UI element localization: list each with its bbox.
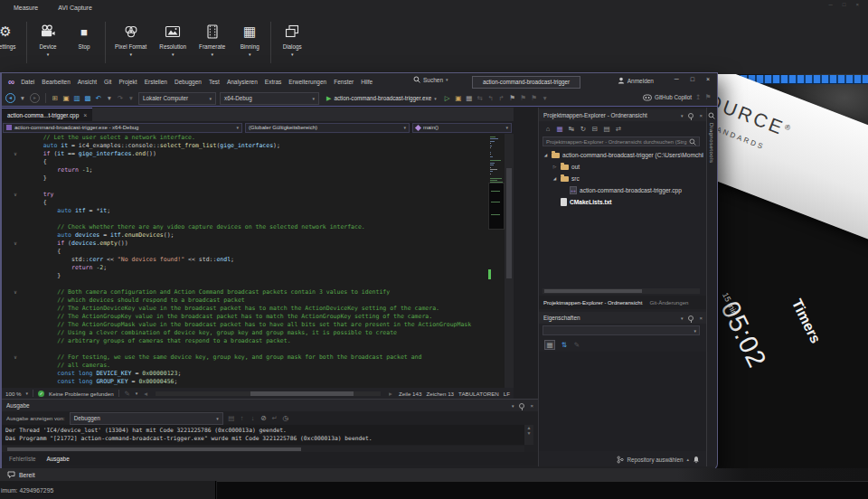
- tabs-indicator[interactable]: TABULATOREN: [458, 391, 499, 397]
- fold-marker-icon[interactable]: ∨: [2, 191, 29, 199]
- bookmark-previous-icon[interactable]: ⚑: [520, 94, 527, 102]
- window-close-button[interactable]: ×: [706, 76, 710, 82]
- bookmark-menu-icon[interactable]: ▾: [542, 94, 549, 102]
- code-editor[interactable]: // Let the user select a network interfa…: [2, 134, 488, 388]
- alphabetical-icon[interactable]: ⇅: [561, 341, 568, 349]
- capture-tab-avi-capture[interactable]: AVI Capture: [58, 5, 92, 11]
- zoom-level[interactable]: 100 %: [5, 391, 22, 397]
- capture-window-close-button[interactable]: ×: [855, 2, 859, 7]
- menu-git[interactable]: Git: [103, 78, 112, 86]
- close-icon[interactable]: ×: [699, 315, 703, 321]
- window-maximize-button[interactable]: □: [691, 76, 694, 82]
- fold-marker-icon[interactable]: ∨: [2, 240, 29, 248]
- open-file-icon[interactable]: ▣: [455, 94, 462, 102]
- menu-datei[interactable]: Datei: [20, 78, 35, 86]
- navigate-back-icon[interactable]: ↰: [487, 94, 495, 102]
- chevron-collapsed-icon[interactable]: ▷: [552, 165, 558, 169]
- debug-target-dropdown[interactable]: Lokaler Computer▾: [138, 92, 216, 105]
- bookmark-add-icon[interactable]: ⚑: [509, 94, 516, 102]
- next-message-icon[interactable]: ↓: [250, 414, 257, 422]
- undo-menu-icon[interactable]: ▾: [106, 94, 113, 102]
- ribbon-button-device[interactable]: Device▾: [30, 20, 66, 57]
- properties-object-dropdown[interactable]: ▾: [542, 325, 700, 335]
- project-dropdown[interactable]: action-command-broadcast-trigger.exe - x…: [3, 123, 242, 133]
- output-source-dropdown[interactable]: Debuggen▾: [70, 412, 223, 425]
- menu-erweiterungen[interactable]: Erweiterungen: [288, 78, 327, 86]
- navigate-forward-icon[interactable]: ▸: [30, 93, 40, 103]
- open-folder-icon[interactable]: ▣: [62, 94, 70, 102]
- tree-item[interactable]: ++action-command-broadcast-trigger.cpp: [541, 184, 703, 196]
- collapse-all-icon[interactable]: ⊟: [591, 125, 599, 133]
- scroll-right-icon[interactable]: ▸: [387, 390, 394, 398]
- window-position-icon[interactable]: ▾: [512, 403, 514, 409]
- editor-dock-divider[interactable]: [514, 108, 538, 399]
- menu-erstellen[interactable]: Erstellen: [144, 78, 168, 86]
- tree-item[interactable]: ▷out: [541, 161, 703, 173]
- github-copilot-button[interactable]: GitHub Copilot ↥ ⚑: [643, 93, 712, 101]
- redo-menu-icon[interactable]: ▾: [127, 94, 135, 102]
- output-text[interactable]: Der Thread 'IC4/device_lost' (13304) hat…: [2, 425, 524, 445]
- notifications-bell-icon[interactable]: [693, 456, 700, 464]
- categorized-icon[interactable]: ▦: [544, 340, 555, 350]
- start-debugging-button[interactable]: ▶action-command-broadcast-trigger.exe▾: [323, 93, 440, 104]
- member-dropdown[interactable]: main()▾: [412, 123, 512, 133]
- panel-tab-ausgabe[interactable]: Ausgabe: [46, 456, 69, 462]
- chevron-expanded-icon[interactable]: ◢: [542, 153, 549, 157]
- property-pages-icon[interactable]: ✎: [573, 341, 580, 349]
- editor-tab[interactable]: action-comma...t-trigger.cpp ×: [2, 108, 92, 121]
- sync-with-active-document-icon[interactable]: ↹: [568, 125, 575, 133]
- pin-icon[interactable]: [688, 113, 693, 118]
- switch-views-icon[interactable]: ▦: [556, 125, 563, 133]
- compare-icon[interactable]: ⇆: [476, 94, 484, 102]
- pin-icon[interactable]: [519, 403, 524, 409]
- horizontal-scrollbar[interactable]: [156, 391, 381, 396]
- show-all-files-icon[interactable]: ▤: [603, 125, 610, 133]
- sign-in-button[interactable]: Anmelden: [618, 77, 654, 84]
- menu-extras[interactable]: Extras: [264, 78, 282, 86]
- scrollbar-thumb[interactable]: [544, 289, 642, 293]
- fold-marker-icon[interactable]: ∨: [2, 150, 29, 158]
- menu-fenster[interactable]: Fenster: [333, 78, 354, 86]
- eol-indicator[interactable]: LF: [504, 391, 510, 397]
- word-wrap-icon[interactable]: ↵: [271, 414, 278, 422]
- close-icon[interactable]: ×: [699, 113, 703, 118]
- ribbon-button-settings[interactable]: ⚙Settings: [0, 20, 24, 50]
- ribbon-button-pixel-format[interactable]: Pixel Format▾: [108, 20, 153, 57]
- scrollbar-thumb[interactable]: [250, 391, 354, 396]
- minimap[interactable]: [488, 134, 505, 388]
- save-all-icon[interactable]: ▩: [84, 94, 91, 102]
- save-icon[interactable]: ▥: [73, 94, 80, 102]
- ribbon-button-resolution[interactable]: Resolution▾: [153, 20, 193, 57]
- close-tab-icon[interactable]: ×: [83, 112, 87, 118]
- menu-ansicht[interactable]: Ansicht: [77, 78, 98, 86]
- previous-message-icon[interactable]: ↑: [239, 414, 246, 422]
- new-project-icon[interactable]: ⊞: [52, 94, 59, 102]
- problems-status[interactable]: Keine Probleme gefunden: [49, 391, 114, 397]
- explorer-horizontal-scrollbar[interactable]: [542, 288, 700, 294]
- navigate-backward-icon[interactable]: ◂: [5, 93, 15, 103]
- scope-dropdown[interactable]: (Globaler Gültigkeitsbereich)▾: [245, 123, 410, 133]
- home-icon[interactable]: ⌂: [544, 125, 552, 133]
- panel-tab-git-nderungen[interactable]: Git-Änderungen: [649, 299, 688, 306]
- navigate-backward-menu-icon[interactable]: ▾: [19, 94, 26, 102]
- fold-marker-icon[interactable]: ∨: [2, 288, 29, 297]
- menu-debuggen[interactable]: Debuggen: [174, 78, 203, 86]
- capture-window-maximize-button[interactable]: □: [843, 2, 846, 7]
- panel-tab-fehlerliste[interactable]: Fehlerliste: [9, 456, 35, 462]
- capture-window-minimize-button[interactable]: ─: [829, 2, 833, 7]
- tree-item[interactable]: ◢action-command-broadcast-trigger (C:\Us…: [541, 149, 703, 161]
- redo-icon[interactable]: ↷: [117, 94, 124, 102]
- tree-item[interactable]: ◢src: [541, 173, 703, 184]
- preview-selected-items-icon[interactable]: ⇄: [615, 125, 622, 133]
- search-box[interactable]: Suchen ▾: [413, 76, 448, 83]
- scroll-left-icon[interactable]: ◂: [142, 390, 149, 398]
- pin-icon[interactable]: [688, 315, 693, 321]
- chevron-expanded-icon[interactable]: ◢: [552, 176, 558, 181]
- messages-icon[interactable]: ▤: [228, 414, 235, 422]
- ribbon-button-binning[interactable]: ▦Binning▾: [231, 20, 268, 57]
- menu-analysieren[interactable]: Analysieren: [226, 78, 259, 86]
- configuration-dropdown[interactable]: x64-Debug▾: [220, 92, 319, 105]
- menu-projekt[interactable]: Projekt: [118, 78, 137, 86]
- menu-test[interactable]: Test: [208, 78, 221, 86]
- window-layout-icon[interactable]: ▦: [466, 94, 473, 102]
